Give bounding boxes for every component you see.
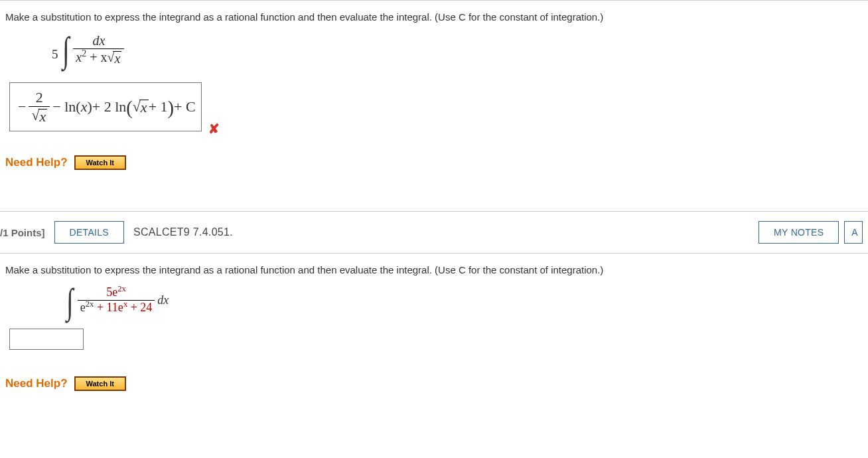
watch-it-button[interactable]: Watch It [74,155,126,170]
integral-icon: ∫ [62,36,69,64]
integral-expression: ∫ 5e2x e2x + 11ex + 24 dx [65,286,863,315]
integral-icon: ∫ [66,287,73,316]
need-help-label: Need Help? [5,156,68,169]
integral-expression: 5 ∫ dx x2 + xx [52,33,863,65]
textbook-reference: SCALCET9 7.4.051. [133,226,233,238]
coef: 5 [52,47,58,62]
frac-2-over-sqrtx: 2 x [29,90,50,124]
need-help: Need Help? Watch It [5,155,863,170]
watch-it-button[interactable]: Watch It [74,376,126,391]
answer-box[interactable]: − 2 x − ln (x) + 2 ln ( x + 1 ) + C [9,82,202,131]
question-prompt: Make a substitution to express the integ… [5,11,863,23]
points-label: /1 Points] [0,227,45,238]
question-header-bar: /1 Points] DETAILS SCALCET9 7.4.051. MY … [0,211,868,254]
details-button[interactable]: DETAILS [54,221,124,244]
need-help: Need Help? Watch It [5,376,863,391]
my-notes-button[interactable]: MY NOTES [759,221,839,244]
answer-input[interactable] [9,329,84,350]
integrand-fraction: dx x2 + xx [73,33,124,65]
integrand-fraction: 5e2x e2x + 11ex + 24 [78,286,155,315]
question-2: Make a substitution to express the integ… [0,254,868,399]
question-1: Make a substitution to express the integ… [0,0,868,178]
ask-button[interactable]: A [844,221,863,244]
question-prompt: Make a substitution to express the integ… [5,264,863,275]
need-help-label: Need Help? [5,377,68,390]
wrong-icon: ✘ [208,121,220,137]
answer-row: − 2 x − ln (x) + 2 ln ( x + 1 ) + C ✘ [5,78,863,137]
